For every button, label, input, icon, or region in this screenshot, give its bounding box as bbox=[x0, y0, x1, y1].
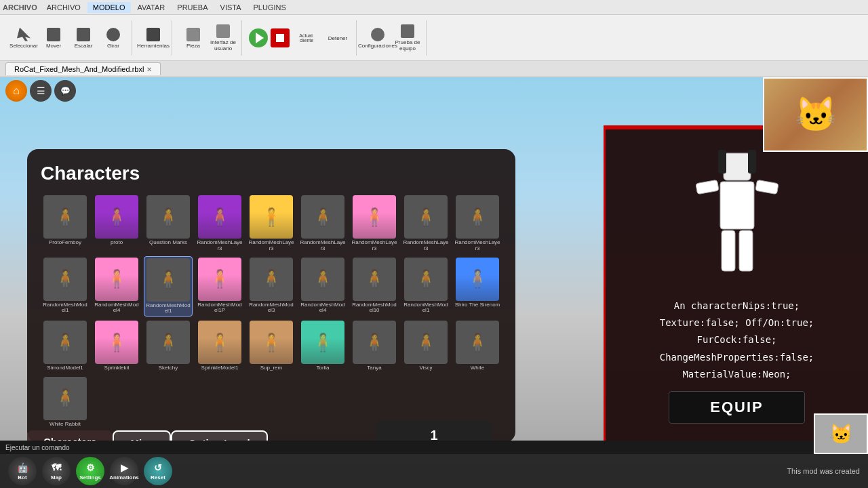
tab-close-icon[interactable]: ✕ bbox=[146, 66, 152, 73]
menu-btn[interactable]: ☰ bbox=[30, 80, 52, 102]
char-name-19: Sprinklekit bbox=[104, 365, 130, 371]
settings-button[interactable]: ⚙ Settings bbox=[76, 457, 104, 485]
home-btn[interactable]: ⌂ bbox=[5, 80, 27, 102]
menu-archivo[interactable]: ARCHIVO bbox=[41, 2, 86, 13]
char-name-5: RandomMeshLayer3 bbox=[300, 240, 346, 252]
detail-line-2: Texture:false; Off/On:true; bbox=[660, 314, 814, 331]
character-item-8[interactable]: 🧍 RandomMeshLayer3 bbox=[453, 194, 502, 253]
char-avatar-7: 🧍 bbox=[404, 195, 448, 239]
char-name-9: RandomMeshModel1 bbox=[42, 302, 88, 314]
character-item-20[interactable]: 🧍 Sketchy bbox=[144, 319, 193, 373]
character-item-14[interactable]: 🧍 RandomMeshModel4 bbox=[298, 256, 347, 317]
svg-rect-6 bbox=[718, 150, 726, 174]
character-item-1[interactable]: 🧍 proto bbox=[92, 194, 141, 253]
char-name-24: Tanya bbox=[367, 365, 381, 371]
bottom-dock: 🤖 Bot 🗺 Map ⚙ Settings ▶ Animations ↺ Re… bbox=[0, 454, 868, 488]
toolbar-actual-btn[interactable]: Actual. cliente bbox=[292, 20, 321, 56]
menu-avatar[interactable]: AVATAR bbox=[132, 2, 171, 13]
character-item-6[interactable]: 🧍 RandomMeshLayer3 bbox=[350, 194, 399, 253]
char-figure-18: 🧍 bbox=[54, 332, 76, 353]
toolbar-select-group: Seleccionar Mover Escalar Girar bbox=[5, 20, 132, 56]
menu-plugins[interactable]: PLUGINS bbox=[248, 2, 292, 13]
character-item-22[interactable]: 🧍 Sup_rem bbox=[247, 319, 296, 373]
character-item-24[interactable]: 🧍 Tanya bbox=[350, 319, 399, 373]
char-figure-2: 🧍 bbox=[157, 207, 179, 228]
settings-label: Settings bbox=[79, 474, 101, 481]
char-avatar-23: 🧍 bbox=[301, 321, 344, 364]
toolbar-scale-btn[interactable]: Escalar bbox=[69, 20, 98, 56]
svg-rect-5 bbox=[739, 230, 753, 271]
bot-button[interactable]: 🤖 Bot bbox=[8, 457, 37, 485]
char-name-27: White Rabbit bbox=[50, 422, 81, 428]
char-figure-8: 🧍 bbox=[467, 207, 488, 228]
character-item-4[interactable]: 🧍 RandomMeshLayer3 bbox=[247, 194, 296, 253]
toolbar-move-btn[interactable]: Mover bbox=[39, 20, 68, 56]
equip-button[interactable]: EQUIP bbox=[669, 391, 804, 424]
character-item-21[interactable]: 🧍 SprinkleModel1 bbox=[195, 319, 244, 373]
char-figure-27: 🧍 bbox=[54, 388, 76, 409]
character-item-12[interactable]: 🧍 RandomMeshModel1P bbox=[195, 256, 244, 317]
char-name-1: proto bbox=[111, 240, 123, 246]
file-tab[interactable]: RoCat_Fixed_Mesh_And_Modified.rbxl ✕ bbox=[5, 62, 161, 75]
character-item-19[interactable]: 🧍 Sprinklekit bbox=[92, 319, 141, 373]
command-bar: Ejecutar un comando bbox=[0, 441, 868, 454]
character-item-2[interactable]: 🧍 Question Marks bbox=[144, 194, 193, 253]
toolbar-config-btn[interactable]: Configuraciones bbox=[363, 20, 392, 56]
toolbar-select-btn[interactable]: Seleccionar bbox=[9, 20, 38, 56]
reset-icon: ↺ bbox=[154, 462, 162, 473]
toolbar-rotate-btn[interactable]: Girar bbox=[99, 20, 127, 56]
menu-modelo[interactable]: MODELO bbox=[87, 2, 131, 13]
character-item-10[interactable]: 🧍 RandomMeshModel4 bbox=[92, 256, 141, 317]
character-item-23[interactable]: 🧍 Torlia bbox=[298, 319, 347, 373]
character-item-9[interactable]: 🧍 RandomMeshModel1 bbox=[41, 256, 90, 317]
character-item-18[interactable]: 🧍 SimondModel1 bbox=[41, 319, 90, 373]
toolbar-pieza-btn[interactable]: Pieza bbox=[179, 20, 208, 56]
toolbar-herramientas-btn[interactable]: Herramientas bbox=[139, 20, 167, 56]
select-label: Seleccionar bbox=[9, 43, 38, 49]
character-item-13[interactable]: 🧍 RandomMeshModel3 bbox=[247, 256, 296, 317]
toolbar-detener-btn[interactable]: Detener bbox=[323, 20, 352, 56]
character-item-0[interactable]: 🧍 ProtoFemboy bbox=[41, 194, 90, 253]
character-item-26[interactable]: 🧍 White bbox=[453, 319, 502, 373]
detail-line-5: MaterialValue:Neon; bbox=[660, 366, 814, 383]
char-avatar-6: 🧍 bbox=[353, 195, 396, 239]
character-item-27[interactable]: 🧍 White Rabbit bbox=[41, 375, 90, 429]
map-button[interactable]: 🗺 Map bbox=[42, 457, 71, 485]
char-figure-0: 🧍 bbox=[54, 207, 76, 228]
toolbar-icons-row: Seleccionar Mover Escalar Girar Herramie… bbox=[0, 15, 868, 61]
characters-panel: Characters 🧍 ProtoFemboy 🧍 proto 🧍 Quest… bbox=[27, 149, 515, 443]
chat-btn[interactable]: 💬 bbox=[54, 80, 76, 102]
menu-prueba[interactable]: PRUEBA bbox=[172, 2, 213, 13]
character-item-7[interactable]: 🧍 RandomMeshLayer3 bbox=[401, 194, 450, 253]
config-label: Configuraciones bbox=[358, 43, 397, 49]
menu-vista[interactable]: VISTA bbox=[215, 2, 247, 13]
char-name-14: RandomMeshModel4 bbox=[300, 302, 346, 314]
char-figure-1: 🧍 bbox=[106, 207, 127, 228]
toolbar-ui-btn[interactable]: Interfaz de usuario bbox=[209, 20, 237, 56]
character-item-11[interactable]: 🧍 RandomMeshModel1 bbox=[144, 256, 193, 317]
char-avatar-3: 🧍 bbox=[198, 195, 241, 239]
toolbar-area: ARCHIVO ARCHIVO MODELO AVATAR PRUEBA VIS… bbox=[0, 0, 868, 61]
stop-btn[interactable] bbox=[271, 28, 290, 47]
character-item-25[interactable]: 🧍 Viscy bbox=[401, 319, 450, 373]
toolbar-prueba-equipo-btn[interactable]: Prueba de equipo bbox=[393, 20, 422, 56]
character-item-5[interactable]: 🧍 RandomMeshLayer3 bbox=[298, 194, 347, 253]
reset-button[interactable]: ↺ Reset bbox=[144, 457, 172, 485]
char-name-18: SimondModel1 bbox=[47, 365, 83, 371]
move-label: Mover bbox=[46, 43, 61, 49]
char-avatar-1: 🧍 bbox=[95, 195, 138, 239]
character-item-15[interactable]: 🧍 RandomMeshModel10 bbox=[350, 256, 399, 317]
character-item-3[interactable]: 🧍 RandomMeshLayer3 bbox=[195, 194, 244, 253]
character-item-17[interactable]: 🧍 Shiro The Sirenom bbox=[453, 256, 502, 317]
character-item-16[interactable]: 🧍 RandomMeshModel1 bbox=[401, 256, 450, 317]
reset-label: Reset bbox=[151, 474, 165, 481]
char-avatar-25: 🧍 bbox=[404, 321, 448, 364]
chat-icon: 💬 bbox=[60, 86, 71, 96]
toolbar-insert-group: Pieza Interfaz de usuario bbox=[175, 20, 242, 56]
char-figure-19: 🧍 bbox=[106, 332, 127, 353]
play-btn[interactable] bbox=[249, 28, 268, 47]
char-name-6: RandomMeshLayer3 bbox=[351, 240, 397, 252]
char-avatar-27: 🧍 bbox=[43, 377, 87, 420]
animations-button[interactable]: ▶ Animations bbox=[110, 457, 138, 485]
toolbar-config-group: Configuraciones Prueba de equipo bbox=[359, 20, 427, 56]
